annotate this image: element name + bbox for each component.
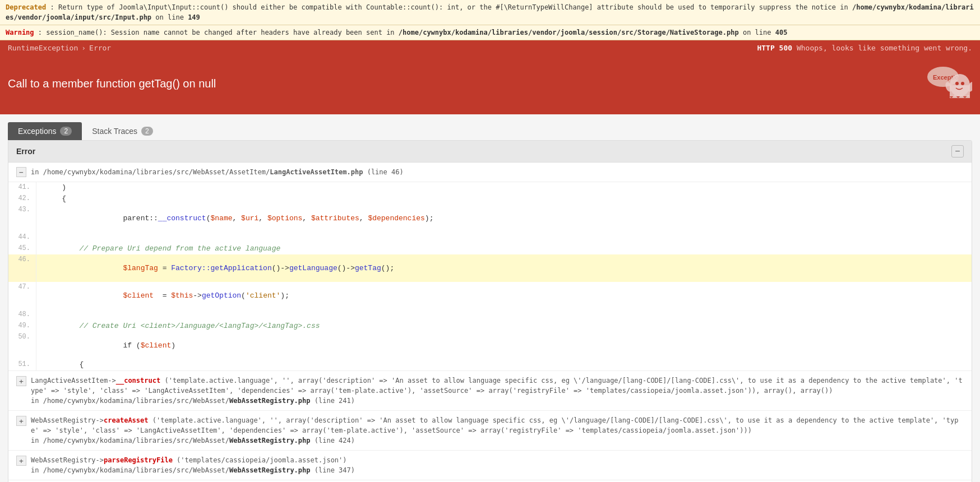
http-status: HTTP 500 Whoops, looks like something we…: [757, 44, 972, 52]
deprecated-label: Deprecated: [6, 3, 46, 11]
code-line-43: 43. parent::__construct($name, $uri, $op…: [8, 205, 972, 232]
file-path-normal: /home/cywnybx/kodamina/libraries/src/Web…: [43, 168, 270, 176]
code-line-42: 42. {: [8, 193, 972, 205]
line-num-42: 42.: [8, 193, 36, 205]
code-line-50: 50. if ($client): [8, 332, 972, 359]
line-content-49: // Create Uri <client>/language/<langTag…: [36, 321, 972, 332]
line-num-46: 46.: [8, 254, 36, 282]
stack-content-1: WebAssetRegistry->createAsset ('template…: [31, 415, 964, 446]
warning-label: Warning: [6, 29, 34, 36]
collapse-button[interactable]: −: [951, 145, 964, 157]
warning-line: on line 405: [743, 29, 787, 36]
code-line-47: 47. $client = $this->getOption('client')…: [8, 282, 972, 309]
http-status-message: Whoops, looks like something went wrong.: [797, 44, 972, 52]
line-num-45: 45.: [8, 243, 36, 254]
stack-method-0: __construct: [116, 377, 160, 384]
tab-exceptions-badge: 2: [60, 127, 72, 136]
code-line-46: 46. $langTag = Factory::getApplication()…: [8, 254, 972, 282]
code-line-41: 41. ): [8, 182, 972, 193]
breadcrumb-bar: RuntimeException › Error HTTP 500 Whoops…: [0, 40, 980, 55]
file-location-text: in /home/cywnybx/kodamina/libraries/src/…: [31, 168, 404, 176]
tab-stack-traces-badge: 2: [141, 127, 153, 136]
tab-exceptions-label: Exceptions: [18, 127, 56, 136]
deprecated-message: : Return type of Joomla\Input\Input::cou…: [50, 3, 852, 11]
stack-class-2: WebAssetRegistry->: [31, 456, 104, 464]
stack-class-1: WebAssetRegistry->: [31, 416, 104, 424]
line-content-45: // Prepare Uri depend from the active la…: [36, 243, 972, 254]
stack-item-0: + LangActiveAssetItem->__construct ('tem…: [8, 371, 972, 411]
stack-path-2: in /home/cywnybx/kodamina/libraries/src/…: [31, 466, 229, 474]
svg-rect-3: [950, 85, 970, 96]
stack-pathbold-2: WebAssetRegistry.php: [229, 466, 311, 474]
warning-message: : session_name(): Session name cannot be…: [38, 29, 399, 36]
tab-stack-traces[interactable]: Stack Traces 2: [82, 122, 163, 140]
stack-expand-1[interactable]: +: [16, 416, 26, 426]
line-content-42: {: [36, 193, 972, 205]
line-num-51: 51.: [8, 359, 36, 370]
breadcrumb-separator: ›: [81, 44, 86, 52]
breadcrumb-item-1: Error: [89, 44, 111, 52]
stack-content-2: WebAssetRegistry->parseRegistryFile ('te…: [31, 455, 964, 475]
line-num-41: 41.: [8, 182, 36, 193]
line-num-43: 43.: [8, 205, 36, 232]
stack-item-2: + WebAssetRegistry->parseRegistryFile ('…: [8, 451, 972, 480]
file-path-bold: LangActiveAssetItem.php: [270, 168, 363, 176]
deprecated-line: on line 149: [155, 13, 200, 21]
svg-point-5: [961, 82, 964, 85]
stack-item-1: + WebAssetRegistry->createAsset ('templa…: [8, 411, 972, 451]
warning-notice: Warning : session_name(): Session name c…: [0, 25, 980, 40]
line-content-51: {: [36, 359, 972, 370]
line-num-50: 50.: [8, 332, 36, 359]
stack-line-2: (line 347): [315, 466, 355, 474]
error-header: Call to a member function getTag() on nu…: [0, 55, 980, 114]
stack-method-2: parseRegistryFile: [104, 456, 173, 464]
stack-expand-0[interactable]: +: [16, 376, 26, 386]
error-panel-title: Error: [16, 147, 35, 156]
file-collapse-btn[interactable]: −: [16, 167, 26, 177]
error-title: Call to a member function getTag() on nu…: [8, 77, 216, 90]
tabs-section: Exceptions 2 Stack Traces 2: [0, 114, 980, 140]
http-status-code: HTTP 500: [757, 44, 792, 52]
main-content: Error − − in /home/cywnybx/kodamina/libr…: [0, 140, 980, 482]
file-location: − in /home/cywnybx/kodamina/libraries/sr…: [8, 163, 972, 182]
code-line-48: 48.: [8, 309, 972, 321]
stack-line-1: (line 424): [315, 437, 355, 444]
code-line-51: 51. {: [8, 359, 972, 370]
stack-path-0: in /home/cywnybx/kodamina/libraries/src/…: [31, 397, 229, 405]
stack-method-1: createAsset: [104, 416, 148, 424]
line-content-44: [36, 232, 972, 243]
code-line-45: 45. // Prepare Uri depend from the activ…: [8, 243, 972, 254]
tabs-row: Exceptions 2 Stack Traces 2: [8, 122, 972, 140]
line-content-41: ): [36, 182, 972, 193]
line-num-44: 44.: [8, 232, 36, 243]
stack-path-1: in /home/cywnybx/kodamina/libraries/src/…: [31, 437, 229, 444]
stack-expand-2[interactable]: +: [16, 456, 26, 466]
line-content-50: if ($client): [36, 332, 972, 359]
line-num-47: 47.: [8, 282, 36, 309]
stack-line-0: (line 241): [315, 397, 355, 405]
line-content-46: $langTag = Factory::getApplication()->ge…: [36, 254, 972, 282]
stack-args-0: ('template.active.language', '', array('…: [31, 377, 963, 395]
stack-args-2: ('templates/cassiopeia/joomla.asset.json…: [177, 456, 346, 464]
error-panel-header: Error −: [8, 141, 972, 163]
code-line-49: 49. // Create Uri <client>/language/<lan…: [8, 321, 972, 332]
tab-stack-traces-label: Stack Traces: [92, 127, 137, 136]
line-content-43: parent::__construct($name, $uri, $option…: [36, 205, 972, 232]
warning-path: /home/cywnybx/kodamina/libraries/vendor/…: [399, 29, 739, 36]
line-num-48: 48.: [8, 309, 36, 321]
stack-class-0: LangActiveAssetItem->: [31, 377, 116, 384]
line-content-48: [36, 309, 972, 321]
error-panel: Error − − in /home/cywnybx/kodamina/libr…: [8, 140, 972, 482]
ghost-icon: Exception: [922, 66, 972, 102]
code-line-44: 44.: [8, 232, 972, 243]
deprecated-notice: Deprecated : Return type of Joomla\Input…: [0, 0, 980, 25]
stack-args-1: ('template.active.language', '', array('…: [31, 416, 958, 434]
tab-exceptions[interactable]: Exceptions 2: [8, 122, 82, 140]
file-line-info: (line 46): [367, 168, 404, 176]
svg-point-4: [955, 82, 959, 85]
line-content-47: $client = $this->getOption('client');: [36, 282, 972, 309]
stack-content-0: LangActiveAssetItem->__construct ('templ…: [31, 376, 964, 406]
line-num-49: 49.: [8, 321, 36, 332]
stack-pathbold-1: WebAssetRegistry.php: [229, 437, 311, 444]
code-block: 41. ) 42. { 43. parent::__construct($nam…: [8, 182, 972, 371]
